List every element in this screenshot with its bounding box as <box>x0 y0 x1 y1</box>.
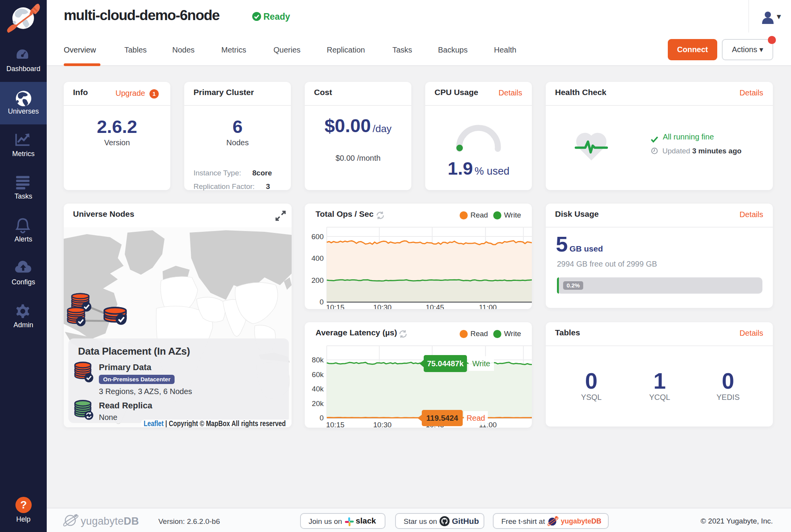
svg-text:400: 400 <box>311 254 324 262</box>
svg-text:?: ? <box>20 499 27 511</box>
svg-text:60k: 60k <box>312 371 324 379</box>
svg-text:0: 0 <box>319 298 324 306</box>
svg-text:80k: 80k <box>312 356 324 364</box>
svg-text:10:30: 10:30 <box>373 303 392 309</box>
svg-text:200: 200 <box>311 276 324 284</box>
svg-text:75.04487k: 75.04487k <box>427 359 464 368</box>
svg-text:11:00: 11:00 <box>479 303 497 309</box>
svg-text:Write: Write <box>472 359 490 368</box>
svg-text:600: 600 <box>311 233 324 241</box>
svg-text:10:30: 10:30 <box>373 421 392 428</box>
svg-text:0: 0 <box>319 414 324 422</box>
svg-text:119.5424: 119.5424 <box>426 414 458 422</box>
svg-text:20k: 20k <box>312 399 324 408</box>
svg-text:10:15: 10:15 <box>326 303 345 309</box>
svg-text:Read: Read <box>467 414 485 422</box>
svg-text:40k: 40k <box>312 385 324 393</box>
svg-text:10:45: 10:45 <box>426 303 444 309</box>
svg-text:10:15: 10:15 <box>326 421 345 428</box>
